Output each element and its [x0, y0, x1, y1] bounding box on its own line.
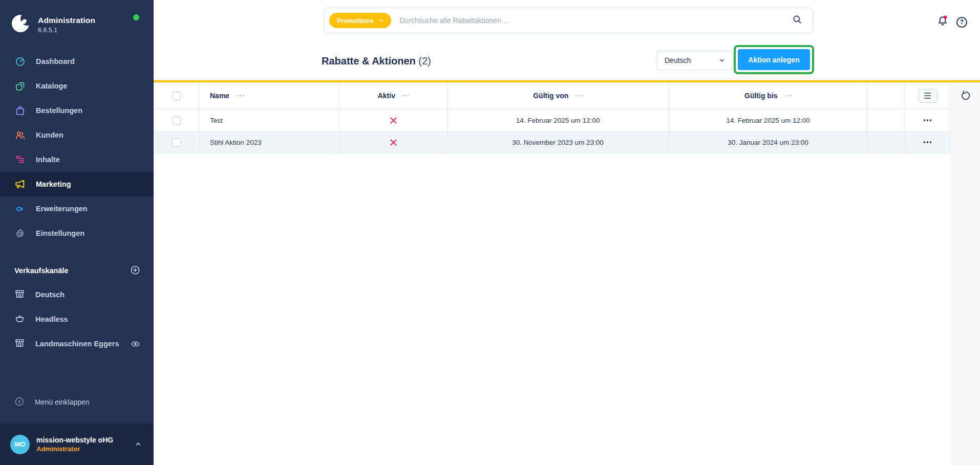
- column-header-name[interactable]: Name: [199, 82, 340, 109]
- sales-channels-title: Verkaufskanäle: [14, 267, 69, 275]
- empty-header-cell: [868, 82, 905, 109]
- sidebar-item-dashboard[interactable]: Dashboard: [0, 49, 154, 74]
- sales-channel-label: Landmaschinen Eggers: [35, 340, 119, 348]
- column-menu-icon[interactable]: [402, 95, 409, 97]
- collapse-menu-button[interactable]: Menü einklappen: [0, 390, 154, 414]
- sidebar-item-einstellungen[interactable]: Einstellungen: [0, 221, 154, 246]
- promotion-name-link[interactable]: Stihl Aktion 2023: [210, 139, 262, 146]
- add-sales-channel-icon[interactable]: [130, 265, 140, 277]
- smart-bar: Rabatte & Aktionen (2) Deutsch Aktion an…: [154, 41, 980, 80]
- main-content: Promotions ?: [154, 0, 980, 465]
- notifications-bell-icon[interactable]: [936, 15, 949, 29]
- collapse-menu-label: Menü einklappen: [35, 398, 90, 406]
- column-menu-icon[interactable]: [785, 95, 792, 97]
- refresh-icon[interactable]: [960, 91, 970, 103]
- active-cell: [340, 109, 448, 131]
- shopware-logo-icon: [10, 13, 31, 36]
- context-menu-icon[interactable]: [924, 141, 932, 143]
- eye-icon[interactable]: [131, 339, 140, 349]
- sidebar-item-label: Marketing: [36, 180, 71, 188]
- sales-channel-deutsch[interactable]: Deutsch: [0, 282, 154, 307]
- row-select-cell: [154, 131, 199, 153]
- dashboard-icon: [14, 56, 26, 67]
- search-tag-label: Promotions: [337, 17, 374, 25]
- grid-settings-button[interactable]: [918, 89, 938, 103]
- context-menu-icon[interactable]: [924, 119, 932, 121]
- select-all-checkbox[interactable]: [172, 92, 181, 100]
- sales-channel-label: Headless: [35, 315, 68, 323]
- row-actions-cell: [905, 131, 950, 153]
- sidebar-item-bestellungen[interactable]: Bestellungen: [0, 98, 154, 123]
- select-all-cell: [154, 82, 199, 109]
- column-header-gueltig-von[interactable]: Gültig von: [448, 82, 669, 109]
- shopware-administration: Administration 6.6.5.1 Dashboard: [0, 0, 980, 465]
- user-menu[interactable]: MO mission-webstyle oHG Administrator: [0, 424, 154, 465]
- sidebar-item-label: Kataloge: [36, 82, 67, 90]
- sidebar-spacer: [0, 356, 154, 390]
- search-bar[interactable]: Promotions: [324, 8, 813, 33]
- highlight-frame: Aktion anlegen: [734, 45, 814, 74]
- chevron-up-icon: [134, 440, 142, 450]
- table-row: Stihl Aktion 2023 30. November 2023 um 2…: [154, 131, 950, 153]
- column-label: Aktiv: [378, 92, 395, 100]
- app-title: Administration: [38, 16, 95, 25]
- page-title-text: Rabatte & Aktionen: [322, 55, 416, 67]
- promotion-name-link[interactable]: Test: [210, 117, 223, 124]
- customers-icon: [14, 129, 26, 141]
- column-header-gueltig-bis[interactable]: Gültig bis: [669, 82, 868, 109]
- create-promotion-button[interactable]: Aktion anlegen: [738, 49, 810, 70]
- column-label: Gültig von: [533, 92, 568, 100]
- sales-channel-label: Deutsch: [35, 291, 65, 299]
- settings-gear-icon: [14, 228, 26, 239]
- row-select-cell: [154, 109, 199, 131]
- search-input[interactable]: [399, 16, 784, 25]
- sales-channel-landmaschinen-eggers[interactable]: Landmaschinen Eggers: [0, 331, 154, 356]
- chevron-down-icon: [718, 57, 726, 64]
- row-checkbox[interactable]: [172, 116, 181, 125]
- language-select-value: Deutsch: [665, 56, 691, 64]
- extensions-icon: [14, 203, 26, 214]
- sales-channel-headless[interactable]: Headless: [0, 307, 154, 331]
- name-cell: Test: [199, 109, 340, 131]
- chevron-left-circle-icon: [14, 396, 25, 408]
- topbar-icons: ?: [936, 15, 967, 29]
- app-header: Administration 6.6.5.1: [0, 0, 154, 49]
- help-icon[interactable]: ?: [956, 17, 967, 28]
- search-entity-tag[interactable]: Promotions: [329, 13, 391, 28]
- search-icon[interactable]: [792, 14, 802, 27]
- sales-channels-heading: Verkaufskanäle: [0, 259, 154, 282]
- sidebar-item-kataloge[interactable]: Kataloge: [0, 74, 154, 98]
- sidebar-item-erweiterungen[interactable]: Erweiterungen: [0, 196, 154, 221]
- table-row: Test 14. Februar 2025 um 12:00 14. Febru…: [154, 109, 950, 131]
- active-cell: [340, 131, 448, 153]
- marketing-icon: [14, 179, 26, 190]
- sidebar-item-label: Erweiterungen: [36, 205, 88, 213]
- data-grid-area: Name Aktiv Gültig von Gültig bis: [154, 82, 980, 465]
- inactive-x-icon: [390, 117, 397, 124]
- topbar: Promotions ?: [154, 0, 980, 41]
- column-menu-icon[interactable]: [576, 95, 582, 97]
- user-role: Administrator: [36, 445, 113, 453]
- storefront-icon: [14, 289, 25, 301]
- table-header-row: Name Aktiv Gültig von Gültig bis: [154, 82, 950, 109]
- grid-side-strip: [950, 82, 980, 465]
- empty-cell: [868, 109, 905, 131]
- name-cell: Stihl Aktion 2023: [199, 131, 340, 153]
- catalogues-icon: [14, 80, 26, 92]
- main-navigation: Dashboard Kataloge Bestellungen: [0, 49, 154, 246]
- row-actions-cell: [905, 109, 950, 131]
- column-label: Gültig bis: [744, 92, 778, 100]
- sidebar-item-inhalte[interactable]: Inhalte: [0, 147, 154, 172]
- column-header-aktiv[interactable]: Aktiv: [340, 82, 448, 109]
- sidebar-item-kunden[interactable]: Kunden: [0, 123, 154, 147]
- orders-icon: [14, 105, 26, 116]
- sidebar-item-marketing[interactable]: Marketing: [0, 172, 154, 196]
- page-title: Rabatte & Aktionen (2): [322, 55, 431, 67]
- column-menu-icon[interactable]: [237, 95, 244, 97]
- valid-until-cell: 30. Januar 2024 um 23:00: [669, 131, 868, 153]
- basket-icon: [14, 313, 25, 325]
- language-select[interactable]: Deutsch: [656, 51, 733, 70]
- column-label: Name: [210, 92, 229, 100]
- chevron-down-icon: [378, 17, 385, 24]
- row-checkbox[interactable]: [172, 138, 181, 147]
